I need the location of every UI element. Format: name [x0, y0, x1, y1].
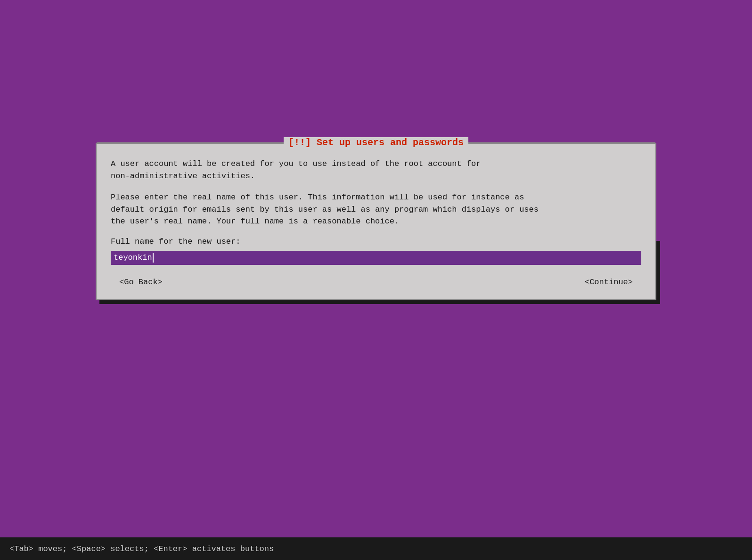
bottom-bar: <Tab> moves; <Space> selects; <Enter> ac…: [0, 537, 752, 560]
dialog-box: [!!] Set up users and passwords A user a…: [96, 143, 656, 300]
buttons-row: <Go Back> <Continue>: [111, 274, 641, 290]
input-value-text: teyonkin: [114, 253, 152, 262]
field-label: Full name for the new user:: [111, 237, 641, 246]
dialog-wrapper: [!!] Set up users and passwords A user a…: [96, 237, 656, 300]
description-2: Please enter the real name of this user.…: [111, 191, 641, 228]
description-1: A user account will be created for you t…: [111, 158, 641, 182]
dialog-content: A user account will be created for you t…: [97, 144, 655, 299]
status-text: <Tab> moves; <Space> selects; <Enter> ac…: [9, 544, 274, 553]
title-line-left: [97, 142, 284, 143]
go-back-button[interactable]: <Go Back>: [115, 277, 166, 288]
dialog-title: [!!] Set up users and passwords: [284, 137, 468, 148]
screen-area: [!!] Set up users and passwords A user a…: [0, 0, 752, 537]
dialog-title-bar: [!!] Set up users and passwords: [97, 137, 655, 148]
title-line-right: [468, 142, 655, 143]
cursor: [153, 253, 154, 263]
continue-button[interactable]: <Continue>: [581, 277, 637, 288]
text-input-display[interactable]: teyonkin: [111, 251, 641, 265]
